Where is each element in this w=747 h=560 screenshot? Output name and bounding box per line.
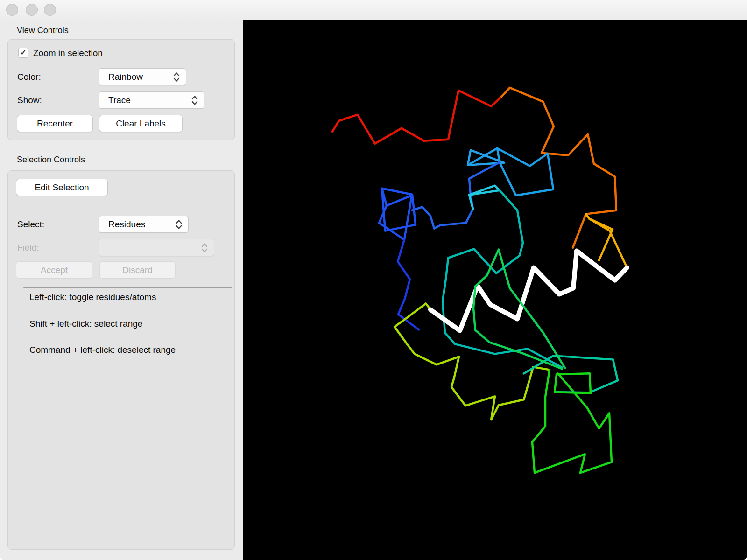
molecule-svg[interactable] bbox=[243, 20, 747, 560]
field-label: Field: bbox=[17, 243, 39, 253]
trace-segment-cyan-knot[interactable] bbox=[469, 186, 500, 209]
show-label: Show: bbox=[17, 95, 42, 105]
zoom-window-button[interactable] bbox=[44, 4, 56, 16]
trace-segment-white-selection[interactable] bbox=[430, 251, 627, 331]
select-label: Select: bbox=[17, 219, 44, 230]
trace-segment-blue-link[interactable] bbox=[412, 162, 500, 229]
view-controls-group: ✓ Zoom in selection Color: Rainbow Show:… bbox=[7, 39, 235, 140]
show-dropdown-value: Trace bbox=[99, 95, 190, 105]
help-line-left-click: Left-click: toggle residues/atoms bbox=[29, 292, 156, 302]
discard-button: Discard bbox=[99, 261, 176, 279]
app-window: View Controls ✓ Zoom in selection Color:… bbox=[0, 0, 747, 560]
trace-segment-red-nterm[interactable] bbox=[332, 91, 501, 144]
recenter-button[interactable]: Recenter bbox=[17, 115, 93, 132]
up-down-chevron-icon bbox=[174, 218, 183, 231]
selection-controls-title: Selection Controls bbox=[17, 155, 85, 165]
help-separator bbox=[23, 287, 232, 288]
selection-controls-group: Edit Selection Select: Residues Field: A… bbox=[7, 170, 235, 550]
trace-segment-gold-b[interactable] bbox=[589, 219, 627, 267]
help-line-shift-click: Shift + left-click: select range bbox=[29, 319, 142, 329]
accept-button: Accept bbox=[16, 261, 92, 279]
color-dropdown[interactable]: Rainbow bbox=[99, 68, 186, 85]
molecule-viewport[interactable] bbox=[243, 20, 747, 560]
trace-segment-gold-a[interactable] bbox=[586, 214, 613, 260]
edit-selection-button[interactable]: Edit Selection bbox=[16, 179, 108, 196]
clear-labels-button[interactable]: Clear Labels bbox=[99, 115, 183, 132]
trace-segment-blue-squares[interactable] bbox=[379, 189, 416, 240]
select-dropdown[interactable]: Residues bbox=[99, 216, 189, 233]
up-down-chevron-icon bbox=[190, 94, 199, 106]
show-dropdown[interactable]: Trace bbox=[99, 91, 204, 109]
view-controls-title: View Controls bbox=[17, 26, 69, 35]
zoom-in-selection-checkbox[interactable]: ✓ bbox=[18, 48, 28, 58]
field-dropdown bbox=[99, 239, 214, 256]
trace-segment-green-loop[interactable] bbox=[532, 370, 612, 473]
checkmark-icon: ✓ bbox=[20, 49, 26, 56]
controls-sidebar: View Controls ✓ Zoom in selection Color:… bbox=[0, 20, 243, 560]
zoom-in-selection-label: Zoom in selection bbox=[33, 48, 103, 58]
up-down-chevron-icon bbox=[172, 71, 181, 83]
up-down-chevron-icon bbox=[200, 242, 209, 254]
color-label: Color: bbox=[17, 72, 41, 82]
minimize-button[interactable] bbox=[26, 4, 38, 16]
select-dropdown-value: Residues bbox=[99, 219, 174, 230]
color-dropdown-value: Rainbow bbox=[99, 72, 172, 82]
help-line-command-click: Command + left-click: deselect range bbox=[29, 345, 176, 355]
close-button[interactable] bbox=[6, 4, 18, 16]
trace-segment-yellow-green[interactable] bbox=[395, 303, 550, 420]
window-titlebar bbox=[0, 0, 747, 20]
